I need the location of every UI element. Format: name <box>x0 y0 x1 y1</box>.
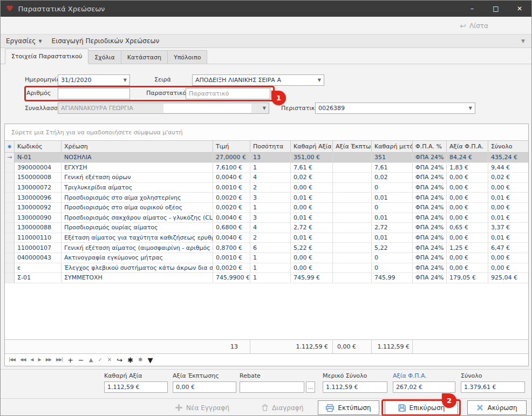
grid-cell[interactable]: 1 <box>250 273 291 283</box>
grid-cell[interactable]: 0,00 € <box>291 183 333 193</box>
nav-first-icon[interactable]: |◀◀ <box>9 358 15 362</box>
table-row[interactable]: 130000088Προσδιορισμός ουρίας αίματος0,6… <box>5 223 528 233</box>
grid-cell[interactable] <box>333 173 372 183</box>
grid-cell[interactable]: 4 <box>250 173 291 183</box>
grid-cell[interactable]: 0,65 € <box>447 223 488 233</box>
grid-cell[interactable]: 745,99 <box>372 273 413 283</box>
grid-cell[interactable]: 3 <box>250 213 291 223</box>
grid-cell[interactable]: 0,00 € <box>447 233 488 243</box>
table-row[interactable]: 130000072Τριγλυκερίδια αίματος0,0010 €20… <box>5 183 528 193</box>
nav-filter-icon[interactable]: ▼ <box>147 357 153 364</box>
tab-2[interactable]: Κατάσταση <box>121 50 168 64</box>
grid-cell[interactable]: 0,00 € <box>447 173 488 183</box>
case-combobox[interactable]: 0026389▼ <box>315 103 475 114</box>
grid-cell[interactable]: 5,22 € <box>291 243 333 253</box>
grid-cell[interactable]: 390000004 <box>15 163 62 173</box>
grid-cell[interactable]: 0,00 € <box>447 203 488 213</box>
grid-cell[interactable]: 3,37 € <box>488 223 528 233</box>
grid-cell[interactable]: 040000043 <box>15 253 62 263</box>
grid-cell[interactable]: 27,0000 € <box>213 153 250 163</box>
new-record-button[interactable]: Νέα Εγγραφή <box>172 400 233 415</box>
table-row[interactable]: →N-01ΝΟΣΗΛΙΑ27,0000 €13351,00 €351ΦΠΑ 24… <box>5 153 528 163</box>
grid-cell[interactable]: 0,01 € <box>291 233 333 243</box>
partner-combobox[interactable]: ΑΓΙΑΝΝΑΚΟΥΡΑ ΓΕΩΡΓΙΑ ▼ <box>58 103 269 114</box>
table-row[interactable]: εΈλεγχος φλεβικού συστήματος κάτω άκρων … <box>5 263 528 274</box>
grid-cell[interactable]: ΦΠΑ 24% <box>413 153 447 163</box>
grid-cell[interactable]: 0,6800 € <box>213 223 250 233</box>
grid-cell[interactable]: 6 <box>250 243 291 253</box>
grid-cell[interactable]: 0,00 € <box>447 263 488 274</box>
grid-cell[interactable]: 1 <box>250 163 291 173</box>
grid-cell[interactable]: 2,72 <box>372 223 413 233</box>
grid-cell[interactable]: 0,01 € <box>488 193 528 203</box>
grid-cell[interactable]: 130000088 <box>15 223 62 233</box>
grid-cell[interactable]: 130000096 <box>15 193 62 203</box>
nav-delete-icon[interactable]: − <box>78 357 84 364</box>
grid-cell[interactable] <box>333 183 372 193</box>
grid-cell[interactable]: ΝΟΣΗΛΙΑ <box>62 153 213 163</box>
grid-cell[interactable]: ΦΠΑ 24% <box>413 233 447 243</box>
grid-cell[interactable]: Προσδιορισμός ουρίας αίματος <box>62 223 213 233</box>
close-button[interactable]: ✕ <box>508 1 531 17</box>
nav-next-icon[interactable]: ▶ <box>38 358 40 362</box>
grid-cell[interactable]: 0,8700 € <box>213 243 250 253</box>
table-row[interactable]: 040000043Ακτινογραφία εγκύμονος μήτρας0,… <box>5 253 528 263</box>
table-row[interactable]: 390000004ΕΓΧΥΣΗ7,6100 €17,61 €7,61ΦΠΑ 24… <box>5 163 528 173</box>
grid-cell[interactable]: 0,00 € <box>291 253 333 263</box>
nav-goto-bookmark-icon[interactable]: ✱ <box>138 357 142 363</box>
grid-cell[interactable]: 110000107 <box>15 243 62 253</box>
grid-cell[interactable]: 0,01 <box>372 233 413 243</box>
grid-cell[interactable]: 0,02 € <box>291 173 333 183</box>
grid-cell[interactable]: 0,0020 € <box>213 263 250 274</box>
grid-cell[interactable]: 2 <box>250 233 291 243</box>
grid-cell[interactable] <box>333 213 372 223</box>
grid-cell[interactable]: 1,83 € <box>447 163 488 173</box>
grid-cell[interactable]: ΕΓΧΥΣΗ <box>62 163 213 173</box>
lista-button[interactable]: ↩ Λίστα <box>460 22 488 30</box>
grid-cell[interactable]: 0,01 € <box>291 193 333 203</box>
grid-cell[interactable]: 745,9900 € <box>213 273 250 283</box>
grid-cell[interactable] <box>333 153 372 163</box>
total-input[interactable]: 1.379,61 € <box>461 381 525 393</box>
grid-cell[interactable]: 0 <box>372 203 413 213</box>
table-row[interactable]: 110000110Εξέταση αίματος για ταχύτητα κα… <box>5 233 528 243</box>
grid-cell[interactable]: 0,00 € <box>447 183 488 193</box>
grid-cell[interactable]: Τριγλυκερίδια αίματος <box>62 183 213 193</box>
nav-next-page-icon[interactable]: ▶▶ <box>46 358 51 362</box>
grid-cell[interactable]: 0,01 € <box>488 233 528 243</box>
grid-cell[interactable]: 0,0020 € <box>213 203 250 213</box>
grid-cell[interactable]: 130000072 <box>15 183 62 193</box>
subtotal-input[interactable]: 1.112,59 € <box>323 381 387 393</box>
grid-cell[interactable]: 13 <box>250 153 291 163</box>
maximize-button[interactable]: □ <box>484 1 508 17</box>
grid-cell[interactable]: 0,0040 € <box>213 173 250 183</box>
vat-input[interactable]: 267,02 € <box>393 381 455 393</box>
grid-cell[interactable] <box>333 163 372 173</box>
grid-cell[interactable]: ΦΠΑ 24% <box>413 213 447 223</box>
nav-edit-icon[interactable]: ▲ <box>89 357 93 363</box>
column-header-9[interactable]: Σύνολο <box>488 141 528 152</box>
grid-cell[interactable]: 745,99 € <box>291 273 333 283</box>
print-button[interactable]: Εκτύπωση <box>318 400 379 415</box>
tab-1[interactable]: Σχόλια <box>88 50 121 64</box>
grid-cell[interactable]: Γενική εξέταση ούρων <box>62 173 213 183</box>
grid-cell[interactable]: 0 <box>372 183 413 193</box>
grid-cell[interactable]: 0,00 € <box>447 193 488 203</box>
grid-cell[interactable] <box>333 233 372 243</box>
grid-cell[interactable]: ΦΠΑ 24% <box>413 173 447 183</box>
discount-input[interactable]: 0,00 € <box>173 381 236 393</box>
column-header-8[interactable]: Αξία Φ.Π.Α. <box>447 141 488 152</box>
grid-cell[interactable] <box>333 253 372 263</box>
grid-cell[interactable]: ΦΠΑ 24% <box>413 183 447 193</box>
menubar-dropdown-icon[interactable]: ▼ <box>521 38 525 44</box>
grid-cell[interactable]: 0,01 € <box>291 213 333 223</box>
grid-cell[interactable]: 0,0010 € <box>213 253 250 263</box>
column-header-1[interactable]: Χρέωση <box>62 141 213 152</box>
grid-cell[interactable]: 110000110 <box>15 233 62 243</box>
grid-cell[interactable]: 0,0010 € <box>213 183 250 193</box>
grid-cell[interactable]: Έλεγχος φλεβικού συστήματος κάτω άκρων δ… <box>62 263 213 274</box>
grid-cell[interactable]: 351 <box>372 153 413 163</box>
column-header-5[interactable]: Αξία Έκπτωση <box>333 141 372 152</box>
grid-cell[interactable]: N-01 <box>15 153 62 163</box>
cancel-button[interactable]: Ακύρωση <box>467 400 527 415</box>
